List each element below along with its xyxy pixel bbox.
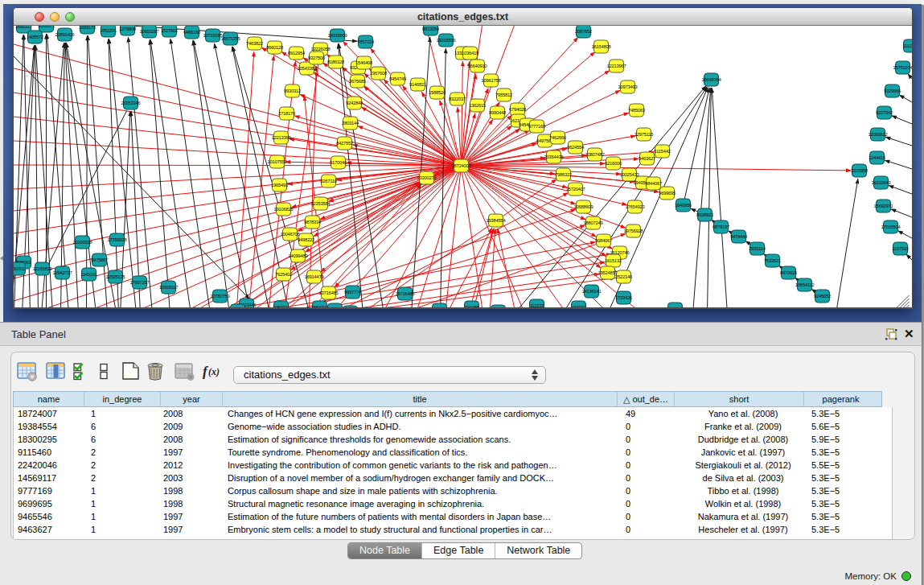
svg-text:9245052: 9245052 <box>814 294 831 299</box>
svg-text:17957257: 17957257 <box>130 280 150 285</box>
svg-text:10961758: 10961758 <box>482 78 501 83</box>
svg-text:17359938: 17359938 <box>108 237 127 242</box>
svg-text:16640910: 16640910 <box>468 64 487 68</box>
svg-text:1652201: 1652201 <box>100 28 117 33</box>
svg-text:8912954: 8912954 <box>288 51 306 56</box>
svg-text:19106825: 19106825 <box>274 207 294 212</box>
svg-text:12213967: 12213967 <box>607 64 626 68</box>
svg-text:13226058: 13226058 <box>311 47 331 51</box>
svg-text:443322: 443322 <box>572 305 586 307</box>
svg-text:(x): (x) <box>208 366 220 377</box>
svg-text:14136141: 14136141 <box>582 289 602 294</box>
svg-text:19384554: 19384554 <box>487 218 507 223</box>
svg-text:1733426: 1733426 <box>615 295 632 300</box>
svg-text:9146821: 9146821 <box>409 82 426 87</box>
svg-text:16914479: 16914479 <box>305 274 324 279</box>
svg-text:13716485: 13716485 <box>319 290 339 295</box>
svg-text:9463627: 9463627 <box>639 156 655 161</box>
svg-text:9329966: 9329966 <box>884 89 901 93</box>
svg-text:1112131: 1112131 <box>903 43 912 48</box>
svg-text:2718170: 2718170 <box>278 111 295 116</box>
svg-text:1965493: 1965493 <box>271 183 288 187</box>
svg-text:10958117: 10958117 <box>159 285 178 290</box>
svg-text:2935114: 2935114 <box>749 246 766 251</box>
svg-text:1244415: 1244415 <box>869 155 885 160</box>
svg-text:9777169: 9777169 <box>528 124 545 129</box>
svg-text:10688609: 10688609 <box>574 204 593 209</box>
svg-text:15751074: 15751074 <box>893 65 912 70</box>
svg-text:6466160: 6466160 <box>183 30 200 35</box>
svg-text:221100: 221100 <box>668 307 682 307</box>
svg-text:1083321: 1083321 <box>273 305 290 307</box>
svg-text:15692971: 15692971 <box>874 204 893 208</box>
svg-text:15716485: 15716485 <box>396 291 415 296</box>
svg-text:1588520: 1588520 <box>429 90 446 95</box>
svg-text:12093822: 12093822 <box>869 132 888 137</box>
svg-text:7462660: 7462660 <box>549 135 566 140</box>
svg-text:10973493: 10973493 <box>618 84 638 89</box>
svg-text:8454749: 8454749 <box>389 76 406 81</box>
svg-text:16648784: 16648784 <box>702 77 722 82</box>
svg-text:1527602: 1527602 <box>161 28 178 33</box>
svg-text:17654923: 17654923 <box>626 204 645 209</box>
svg-text:12975115: 12975115 <box>634 132 653 137</box>
svg-text:9327500: 9327500 <box>308 56 325 60</box>
svg-text:9170046: 9170046 <box>330 160 347 165</box>
svg-text:2367608: 2367608 <box>370 71 387 76</box>
svg-text:9227342: 9227342 <box>876 110 893 115</box>
svg-text:9242848: 9242848 <box>346 101 363 105</box>
svg-text:7632621: 7632621 <box>764 258 781 263</box>
svg-text:17016504: 17016504 <box>881 225 901 229</box>
svg-text:3675685: 3675685 <box>349 79 366 84</box>
svg-text:19756928: 19756928 <box>624 229 643 233</box>
svg-text:8186328: 8186328 <box>327 60 344 64</box>
svg-text:6115442: 6115442 <box>654 149 670 154</box>
svg-text:7654321: 7654321 <box>311 305 328 307</box>
svg-text:8470626: 8470626 <box>780 270 797 275</box>
svg-text:10653287: 10653287 <box>140 29 159 34</box>
svg-text:8990448: 8990448 <box>489 110 506 115</box>
svg-text:112233: 112233 <box>530 303 544 307</box>
svg-text:16671355: 16671355 <box>221 36 240 41</box>
svg-text:7625402: 7625402 <box>275 272 292 277</box>
svg-text:12353584: 12353584 <box>311 201 331 206</box>
svg-text:10807487: 10807487 <box>585 152 605 157</box>
svg-text:1640956: 1640956 <box>675 203 692 208</box>
svg-text:9474444: 9474444 <box>730 234 748 239</box>
svg-text:1279808: 1279808 <box>119 27 136 31</box>
svg-text:8427552: 8427552 <box>336 141 353 146</box>
svg-text:18807249: 18807249 <box>584 220 603 225</box>
svg-text:391511: 391511 <box>14 266 25 271</box>
svg-text:6794028: 6794028 <box>509 107 526 112</box>
svg-text:1546408: 1546408 <box>355 60 372 65</box>
svg-text:20206538: 20206538 <box>73 240 92 245</box>
svg-text:9084067: 9084067 <box>595 238 612 243</box>
svg-text:7857224: 7857224 <box>357 39 375 44</box>
svg-text:20364436: 20364436 <box>544 154 564 159</box>
svg-text:12942737: 12942737 <box>53 270 72 275</box>
svg-text:8813054: 8813054 <box>422 27 440 31</box>
svg-text:1036419: 1036419 <box>462 51 478 56</box>
svg-text:1145191: 1145191 <box>80 272 97 277</box>
svg-text:15720407: 15720407 <box>566 187 585 192</box>
svg-text:3267110: 3267110 <box>320 179 336 183</box>
svg-text:12505135: 12505135 <box>106 274 125 279</box>
svg-text:1167533: 1167533 <box>892 246 908 251</box>
svg-text:9844067: 9844067 <box>645 181 662 186</box>
svg-text:18724007: 18724007 <box>452 163 471 168</box>
svg-text:1405572: 1405572 <box>27 35 43 39</box>
svg-text:9930312: 9930312 <box>284 89 301 93</box>
svg-text:7463822: 7463822 <box>246 41 263 46</box>
svg-text:1615132: 1615132 <box>605 258 622 263</box>
svg-text:7986322: 7986322 <box>555 172 572 177</box>
svg-text:9878334: 9878334 <box>304 220 322 225</box>
svg-text:9657774: 9657774 <box>344 290 362 295</box>
svg-text:2087652: 2087652 <box>575 29 592 34</box>
svg-text:1650317: 1650317 <box>15 26 32 29</box>
svg-text:23300273: 23300273 <box>417 175 437 180</box>
svg-text:10025433: 10025433 <box>620 172 639 177</box>
svg-text:16210643: 16210643 <box>872 180 891 185</box>
svg-text:3624554: 3624554 <box>567 145 585 150</box>
svg-text:16154808: 16154808 <box>592 44 611 49</box>
svg-text:1362615: 1362615 <box>469 103 486 108</box>
